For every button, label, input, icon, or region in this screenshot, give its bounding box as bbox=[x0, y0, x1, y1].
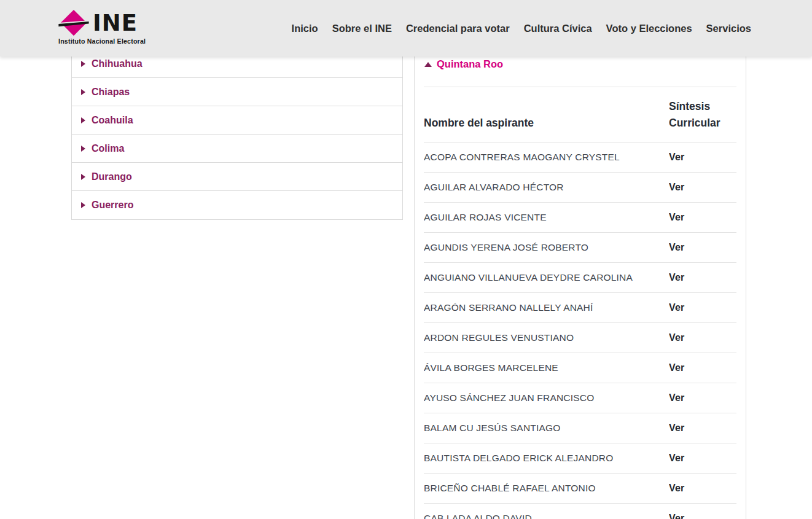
ver-link[interactable]: Ver bbox=[669, 483, 685, 493]
expand-arrow-icon bbox=[81, 146, 85, 152]
ver-link[interactable]: Ver bbox=[669, 302, 685, 313]
ver-link[interactable]: Ver bbox=[669, 152, 685, 162]
ver-link[interactable]: Ver bbox=[669, 392, 685, 403]
table-row: BALAM CU JESÚS SANTIAGOVer bbox=[424, 413, 736, 443]
ver-link[interactable]: Ver bbox=[669, 242, 685, 252]
sintesis-cell: Ver bbox=[669, 323, 736, 353]
aspirant-name: AGUNDIS YERENA JOSÉ ROBERTO bbox=[424, 233, 669, 263]
expand-arrow-icon bbox=[81, 117, 85, 123]
ine-ballot-icon bbox=[58, 10, 89, 37]
aspirant-name: CAB LADA ALDO DAVID bbox=[424, 504, 669, 519]
column-header-sintesis: Síntesis Curricular bbox=[669, 87, 736, 142]
state-label: Durango bbox=[92, 171, 132, 182]
table-header-row: Nombre del aspirante Síntesis Curricular bbox=[424, 87, 736, 142]
sintesis-cell: Ver bbox=[669, 353, 736, 383]
site-header: INE Instituto Nacional Electoral InicioS… bbox=[0, 0, 812, 57]
table-row: AGUILAR ROJAS VICENTEVer bbox=[424, 203, 736, 233]
table-row: AGUNDIS YERENA JOSÉ ROBERTOVer bbox=[424, 233, 736, 263]
sintesis-cell: Ver bbox=[669, 504, 736, 519]
ver-link[interactable]: Ver bbox=[669, 362, 685, 373]
table-row: BRICEÑO CHABLÉ RAFAEL ANTONIOVer bbox=[424, 474, 736, 504]
aspirant-name: AGUILAR ROJAS VICENTE bbox=[424, 203, 669, 233]
nav-item-inicio[interactable]: Inicio bbox=[292, 23, 318, 34]
table-row: AYUSO SÁNCHEZ JUAN FRANCISCOVer bbox=[424, 383, 736, 413]
accordion-item-chiapas[interactable]: Chiapas bbox=[72, 78, 402, 106]
sintesis-cell: Ver bbox=[669, 474, 736, 504]
aspirants-table-body: ACOPA CONTRERAS MAOGANY CRYSTELVerAGUILA… bbox=[424, 142, 736, 519]
page: INE Instituto Nacional Electoral InicioS… bbox=[0, 0, 812, 519]
sintesis-cell: Ver bbox=[669, 233, 736, 263]
aspirant-name: AGUILAR ALVARADO HÉCTOR bbox=[424, 173, 669, 203]
nav-item-servicios[interactable]: Servicios bbox=[706, 23, 751, 34]
main-navigation: InicioSobre el INECredencial para votarC… bbox=[292, 0, 751, 57]
logo-subtitle: Instituto Nacional Electoral bbox=[58, 37, 157, 45]
ver-link[interactable]: Ver bbox=[669, 453, 685, 463]
accordion-item-coahuila[interactable]: Coahuila bbox=[72, 106, 402, 135]
aspirant-name: ARDON REGULES VENUSTIANO bbox=[424, 323, 669, 353]
expand-arrow-icon bbox=[81, 61, 85, 67]
aspirant-name: ÁVILA BORGES MARCELENE bbox=[424, 353, 669, 383]
collapse-arrow-icon bbox=[424, 62, 432, 67]
table-row: AGUILAR ALVARADO HÉCTORVer bbox=[424, 173, 736, 203]
table-row: ARAGÓN SERRANO NALLELY ANAHÍVer bbox=[424, 293, 736, 323]
state-label: Coahuila bbox=[92, 115, 133, 126]
aspirant-name: ACOPA CONTRERAS MAOGANY CRYSTEL bbox=[424, 142, 669, 173]
accordion-item-durango[interactable]: Durango bbox=[72, 163, 402, 191]
table-row: BAUTISTA DELGADO ERICK ALEJANDROVer bbox=[424, 443, 736, 474]
expand-arrow-icon bbox=[81, 202, 85, 208]
expand-arrow-icon bbox=[81, 89, 85, 95]
expanded-state-panel: Quintana Roo Nombre del aspirante Síntes… bbox=[414, 0, 746, 519]
ver-link[interactable]: Ver bbox=[669, 182, 685, 192]
accordion-item-colima[interactable]: Colima bbox=[72, 135, 402, 163]
sintesis-cell: Ver bbox=[669, 383, 736, 413]
aspirant-name: ARAGÓN SERRANO NALLELY ANAHÍ bbox=[424, 293, 669, 323]
aspirant-name: AYUSO SÁNCHEZ JUAN FRANCISCO bbox=[424, 383, 669, 413]
aspirant-name: BRICEÑO CHABLÉ RAFAEL ANTONIO bbox=[424, 474, 669, 504]
table-row: ACOPA CONTRERAS MAOGANY CRYSTELVer bbox=[424, 142, 736, 173]
logo-acronym: INE bbox=[93, 11, 138, 36]
table-row: ARDON REGULES VENUSTIANOVer bbox=[424, 323, 736, 353]
expanded-state-label: Quintana Roo bbox=[437, 58, 503, 70]
ver-link[interactable]: Ver bbox=[669, 332, 685, 343]
aspirant-name: BALAM CU JESÚS SANTIAGO bbox=[424, 413, 669, 443]
state-label: Colima bbox=[92, 143, 124, 154]
accordion-item-guerrero[interactable]: Guerrero bbox=[72, 191, 402, 219]
table-row: ANGUIANO VILLANUEVA DEYDRE CAROLINAVer bbox=[424, 263, 736, 293]
column-header-nombre: Nombre del aspirante bbox=[424, 87, 669, 142]
ver-link[interactable]: Ver bbox=[669, 423, 685, 433]
sintesis-cell: Ver bbox=[669, 413, 736, 443]
aspirant-name: BAUTISTA DELGADO ERICK ALEJANDRO bbox=[424, 443, 669, 474]
expand-arrow-icon bbox=[81, 174, 85, 180]
sintesis-cell: Ver bbox=[669, 263, 736, 293]
nav-item-voto-y-elecciones[interactable]: Voto y Elecciones bbox=[606, 23, 692, 34]
table-row: ÁVILA BORGES MARCELENEVer bbox=[424, 353, 736, 383]
sintesis-cell: Ver bbox=[669, 293, 736, 323]
sintesis-cell: Ver bbox=[669, 443, 736, 474]
ver-link[interactable]: Ver bbox=[669, 513, 685, 519]
nav-item-credencial-para-votar[interactable]: Credencial para votar bbox=[406, 23, 510, 34]
aspirants-table: Nombre del aspirante Síntesis Curricular… bbox=[424, 87, 736, 519]
table-row: CAB LADA ALDO DAVIDVer bbox=[424, 504, 736, 519]
ine-logo[interactable]: INE Instituto Nacional Electoral bbox=[58, 10, 157, 45]
sintesis-cell: Ver bbox=[669, 203, 736, 233]
states-accordion-panel: ChihuahuaChiapasCoahuilaColimaDurangoGue… bbox=[71, 49, 403, 220]
ver-link[interactable]: Ver bbox=[669, 272, 685, 283]
sintesis-cell: Ver bbox=[669, 173, 736, 203]
aspirant-name: ANGUIANO VILLANUEVA DEYDRE CAROLINA bbox=[424, 263, 669, 293]
nav-item-cultura-civica[interactable]: Cultura Cívica bbox=[524, 23, 592, 34]
state-label: Guerrero bbox=[92, 200, 133, 211]
sintesis-cell: Ver bbox=[669, 142, 736, 173]
nav-item-sobre-el-ine[interactable]: Sobre el INE bbox=[332, 23, 392, 34]
state-label: Chihuahua bbox=[92, 58, 142, 69]
state-label: Chiapas bbox=[92, 87, 130, 98]
ver-link[interactable]: Ver bbox=[669, 212, 685, 222]
